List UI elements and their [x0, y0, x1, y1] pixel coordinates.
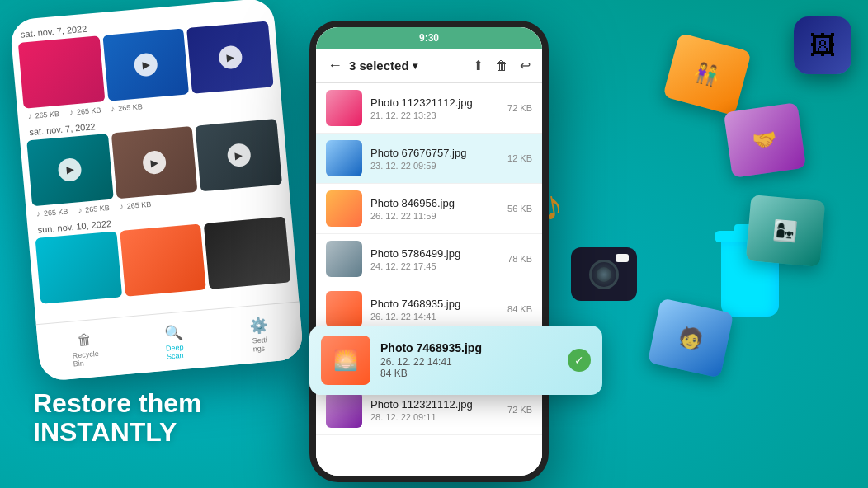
- expanded-thumb: 🌅: [321, 336, 370, 385]
- file-row-3[interactable]: Photo 846956.jpg 26. 12. 22 11:59 56 KB: [316, 184, 542, 234]
- play-button-1[interactable]: ▶: [134, 52, 158, 77]
- file-thumb-5: [326, 291, 362, 327]
- expanded-card[interactable]: 🌅 Photo 7468935.jpg 26. 12. 22 14:41 84 …: [309, 326, 602, 395]
- file-thumb-4: [326, 241, 362, 277]
- left-phone: sat. nov. 7, 2022 ▶ ▶ ♪ 265 KB ♪ 265 KB …: [9, 0, 304, 382]
- file-date-4: 24. 12. 22 17:45: [370, 261, 499, 271]
- file-name-5: Photo 7468935.jpg: [370, 298, 499, 310]
- expanded-file-date: 26. 12. 22 14:41: [380, 356, 558, 368]
- expanded-file-size: 84 KB: [380, 368, 558, 379]
- file-name-3: Photo 846956.jpg: [370, 197, 499, 209]
- music-icon-3: ♪: [111, 104, 116, 113]
- file-thumb-1: [326, 90, 362, 126]
- photo-tile-3: 👩‍👧: [746, 195, 826, 267]
- file-info-col-5: Photo 7468935.jpg 26. 12. 22 14:41: [370, 298, 499, 321]
- check-icon-symbol: ✓: [574, 354, 584, 367]
- gallery-cell-8: [120, 224, 206, 297]
- music-icon-2: ♪: [68, 107, 73, 116]
- file-info-6: ♪ 265 KB: [116, 197, 155, 213]
- file-info-1: ♪ 265 KB: [24, 107, 64, 123]
- file-thumb-3: [326, 190, 362, 227]
- gallery-cell-1: [18, 35, 105, 108]
- dropdown-icon[interactable]: ▾: [413, 60, 417, 72]
- file-info-col-1: Photo 112321112.jpg 21. 12. 22 13:23: [370, 96, 499, 120]
- file-info-col-7: Photo 112321112.jpg 28. 12. 22 09:11: [370, 398, 499, 422]
- gallery-cell-2: ▶: [102, 28, 189, 101]
- gallery-cell-9: [204, 217, 290, 289]
- recycle-icon: 🗑: [76, 331, 92, 350]
- file-thumb-2: [326, 140, 362, 176]
- file-row-4[interactable]: Photo 5786499.jpg 24. 12. 22 17:45 78 KB: [316, 234, 542, 284]
- tab-recycle[interactable]: 🗑 RecycleBin: [70, 331, 100, 368]
- file-info-2: ♪ 265 KB: [65, 103, 105, 119]
- file-size-7: 72 KB: [507, 405, 532, 415]
- music-icon-1: ♪: [27, 111, 32, 120]
- file-date-7: 28. 12. 22 09:11: [370, 412, 499, 422]
- file-row-2[interactable]: Photo 67676757.jpg 23. 12. 22 09:59 12 K…: [316, 134, 542, 184]
- check-mark: ✓: [568, 349, 591, 372]
- file-date-5: 26. 12. 22 14:41: [370, 312, 499, 321]
- file-info-col-2: Photo 67676757.jpg 23. 12. 22 09:59: [370, 147, 499, 171]
- camera-flash: [616, 254, 629, 262]
- file-name-2: Photo 67676757.jpg: [370, 147, 499, 159]
- tagline-line1: Restore them: [33, 389, 202, 418]
- music-icon-4: ♪: [36, 209, 41, 218]
- app-icon-symbol: 🖼: [809, 30, 836, 61]
- gallery-cell-7: [35, 231, 122, 303]
- file-size-2: 12 KB: [507, 153, 532, 163]
- file-info-4: ♪ 265 KB: [32, 204, 72, 220]
- file-info-col-4: Photo 5786499.jpg 24. 12. 22 17:45: [370, 247, 499, 271]
- expanded-file-name: Photo 7468935.jpg: [380, 341, 558, 354]
- settings-icon: ⚙️: [248, 315, 268, 335]
- app-icon[interactable]: 🖼: [794, 16, 851, 74]
- file-list: Photo 112321112.jpg 21. 12. 22 13:23 72 …: [316, 83, 542, 476]
- file-date-2: 23. 12. 22 09:59: [370, 161, 499, 171]
- scan-icon: 🔍: [163, 322, 183, 342]
- file-date-3: 26. 12. 22 11:59: [370, 211, 499, 221]
- music-icon-6: ♪: [119, 202, 124, 211]
- tab-settings[interactable]: ⚙️ Settings: [248, 315, 270, 353]
- file-size-4: 78 KB: [507, 254, 532, 264]
- status-time: 9:30: [419, 32, 439, 44]
- gallery-cell-5: ▶: [111, 126, 197, 199]
- play-button-5[interactable]: ▶: [226, 143, 251, 167]
- tab-scan-label: DeepScan: [166, 342, 185, 360]
- camera-lens: [589, 260, 619, 289]
- main-phone: 9:30 ← 3 selected ▾ ⬆ 🗑 ↩ Photo 11232111…: [309, 21, 549, 482]
- file-name-1: Photo 112321112.jpg: [370, 96, 499, 109]
- selection-title: 3 selected ▾: [349, 59, 466, 73]
- undo-button[interactable]: ↩: [520, 58, 531, 73]
- gallery-cell-6: ▶: [196, 119, 282, 191]
- expanded-info: Photo 7468935.jpg 26. 12. 22 14:41 84 KB: [380, 341, 558, 379]
- selected-count: 3 selected: [349, 59, 409, 73]
- file-info-3: ♪ 265 KB: [107, 100, 147, 115]
- file-name-7: Photo 112321112.jpg: [370, 398, 499, 411]
- photo-tile-2: 🤝: [724, 102, 806, 178]
- action-bar: ← 3 selected ▾ ⬆ 🗑 ↩: [316, 49, 542, 83]
- file-name-4: Photo 5786499.jpg: [370, 247, 499, 260]
- file-date-1: 21. 12. 22 13:23: [370, 110, 499, 120]
- expanded-thumb-icon: 🌅: [333, 349, 358, 372]
- back-button[interactable]: ←: [328, 57, 342, 74]
- tab-deep-scan[interactable]: 🔍 DeepScan: [163, 322, 185, 360]
- file-row-1[interactable]: Photo 112321112.jpg 21. 12. 22 13:23 72 …: [316, 83, 542, 134]
- status-bar: 9:30: [316, 27, 542, 49]
- tab-recycle-label: RecycleBin: [72, 350, 100, 368]
- gallery-cell-3: ▶: [186, 21, 273, 93]
- delete-button[interactable]: 🗑: [495, 59, 508, 73]
- play-button-3[interactable]: ▶: [58, 157, 83, 182]
- file-info-5: ♪ 265 KB: [74, 201, 114, 217]
- file-thumb-7: [326, 392, 362, 428]
- tab-settings-label: Settings: [252, 336, 268, 353]
- file-info-col-3: Photo 846956.jpg 26. 12. 22 11:59: [370, 197, 499, 221]
- play-button-2[interactable]: ▶: [218, 45, 243, 69]
- tagline-line2: INSTANTLY: [33, 418, 202, 447]
- share-button[interactable]: ⬆: [473, 58, 484, 73]
- file-size-3: 56 KB: [507, 204, 532, 214]
- gallery-cell-4: ▶: [26, 134, 113, 206]
- play-button-4[interactable]: ▶: [142, 150, 167, 175]
- camera-decoration: [571, 247, 637, 301]
- bottom-tagline: Restore them INSTANTLY: [33, 389, 202, 447]
- file-size-1: 72 KB: [507, 103, 532, 113]
- action-icons: ⬆ 🗑 ↩: [473, 58, 531, 73]
